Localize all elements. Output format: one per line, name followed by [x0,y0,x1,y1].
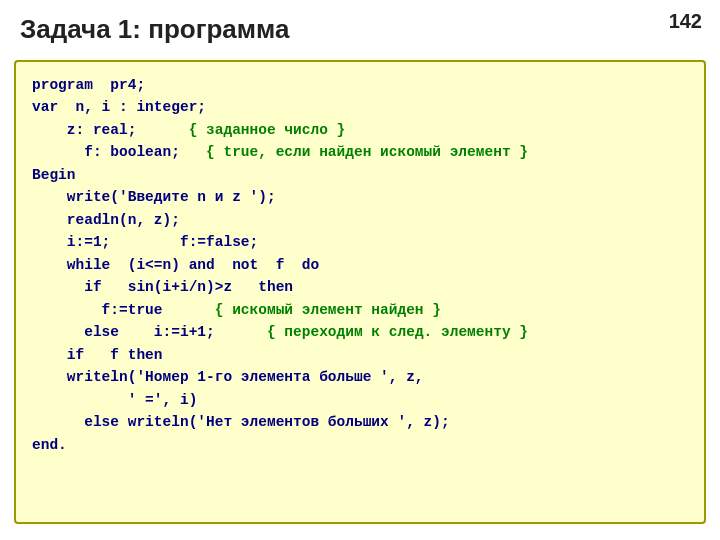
code-line-14: writeln('Номер 1-го элемента больше ', z… [32,369,424,385]
page-number: 142 [669,10,702,33]
code-content: program pr4; var n, i : integer; z: real… [32,74,688,456]
page-title: Задача 1: программа [20,14,289,45]
code-line-5: Begin [32,167,76,183]
code-line-9: while (i<=n) and not f do [32,257,319,273]
code-line-16: else writeln('Нет элементов больших ', z… [32,414,450,430]
code-line-8: i:=1; f:=false; [32,234,258,250]
code-line-13: if f then [32,347,163,363]
page-container: 142 Задача 1: программа program pr4; var… [0,0,720,540]
code-line-2: var n, i : integer; [32,99,206,115]
code-line-3: z: real; { заданное число } [32,122,345,138]
code-line-15: ' =', i) [32,392,197,408]
code-line-17: end. [32,437,67,453]
code-line-11: f:=true { искомый элемент найден } [32,302,441,318]
code-line-1: program pr4; [32,77,145,93]
code-line-10: if sin(i+i/n)>z then [32,279,293,295]
code-line-6: write('Введите n и z '); [32,189,276,205]
code-line-4: f: boolean; { true, если найден искомый … [32,144,528,160]
code-line-7: readln(n, z); [32,212,180,228]
code-box: program pr4; var n, i : integer; z: real… [14,60,706,524]
code-line-12: else i:=i+1; { переходим к след. элемент… [32,324,528,340]
